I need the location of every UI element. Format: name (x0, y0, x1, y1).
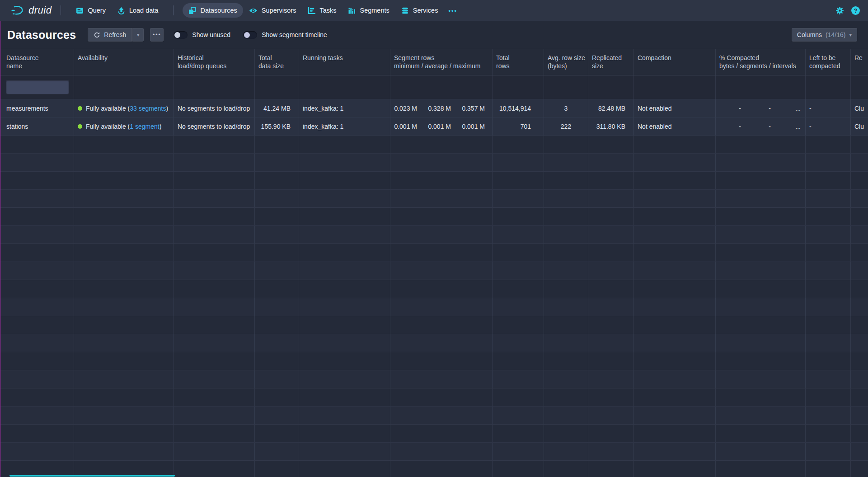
empty-cell (255, 461, 299, 477)
empty-cell (851, 262, 868, 280)
empty-cell (716, 425, 806, 442)
show-segment-timeline-toggle[interactable] (243, 31, 257, 39)
compaction-cell: Not enabled (634, 99, 716, 117)
column-header-replicated-size[interactable]: Replicatedsize (588, 49, 634, 75)
column-header-compaction[interactable]: Compaction (634, 49, 716, 75)
empty-cell (299, 443, 390, 460)
percent-compacted-cell: - - ... (716, 99, 806, 117)
empty-table-row (0, 208, 868, 226)
empty-cell (493, 407, 544, 424)
druid-logo-icon (11, 5, 24, 16)
empty-cell (0, 298, 74, 316)
empty-cell (716, 443, 806, 460)
empty-cell (806, 316, 851, 334)
horizontal-scrollbar-thumb[interactable] (9, 475, 175, 477)
empty-table-row (0, 425, 868, 443)
empty-table-row (0, 226, 868, 244)
datasource-name-filter-input[interactable] (6, 80, 69, 94)
empty-cell (851, 425, 868, 442)
column-header-left-to-be-compacted[interactable]: Left to becompacted (806, 49, 851, 75)
empty-cell (544, 334, 588, 352)
empty-cell (588, 407, 634, 424)
nav-item-tasks[interactable]: Tasks (302, 3, 342, 18)
help-icon[interactable]: ? (851, 6, 860, 15)
refresh-icon (94, 32, 100, 38)
datasource-name: stations (6, 123, 28, 130)
segments-link[interactable]: 1 segment (130, 123, 159, 130)
empty-cell (390, 190, 493, 207)
header-line2: (bytes) (548, 62, 584, 70)
table-filter-row (0, 75, 868, 99)
empty-cell (74, 154, 174, 171)
empty-cell (588, 244, 634, 262)
size-text: 155.90 KB (261, 123, 291, 130)
nav-more-button[interactable]: ••• (444, 7, 462, 14)
column-header-percent-compacted[interactable]: % Compactedbytes / segments / intervals (716, 49, 806, 75)
retention-text: Clu (854, 105, 864, 112)
upload-icon (117, 7, 125, 14)
empty-cell (299, 172, 390, 189)
column-header-historical-queues[interactable]: Historicalload/drop queues (174, 49, 255, 75)
nav-item-datasources[interactable]: Datasources (183, 3, 243, 18)
column-header-datasource-name[interactable]: Datasourcename (0, 49, 74, 75)
empty-cell (390, 388, 493, 406)
avg-row-size-cell: 222 (544, 117, 588, 135)
more-actions-button[interactable]: ••• (150, 28, 164, 42)
empty-cell (390, 352, 493, 370)
nav-item-label: Datasources (200, 7, 237, 14)
empty-cell (851, 388, 868, 406)
columns-selector-button[interactable]: Columns (14/16) ▾ (792, 28, 857, 42)
empty-cell (851, 443, 868, 460)
nav-item-services[interactable]: Services (395, 3, 444, 18)
empty-cell (806, 280, 851, 298)
column-header-total-rows[interactable]: Totalrows (493, 49, 544, 75)
segments-link[interactable]: 33 segments (130, 105, 166, 112)
empty-cell (0, 262, 74, 280)
empty-cell (716, 172, 806, 189)
gear-icon[interactable] (836, 7, 844, 14)
nav-item-load-data[interactable]: Load data (112, 3, 164, 18)
empty-cell (544, 407, 588, 424)
nav-item-query[interactable]: Query (70, 3, 112, 18)
segment-rows-cell: 0.001 M 0.001 M 0.001 M (390, 117, 493, 135)
tasks-text: index_kafka: 1 (303, 123, 343, 130)
header-line1: Compaction (638, 54, 712, 62)
compacted-bytes: - (716, 99, 746, 117)
empty-cell (0, 190, 74, 207)
table-row: measurements Fully available (33 segment… (0, 99, 868, 117)
retention-cell: Clu (851, 117, 868, 135)
empty-cell (806, 352, 851, 370)
header-line1: % Compacted (719, 54, 805, 62)
empty-cell (493, 298, 544, 316)
empty-table-row (0, 407, 868, 425)
column-header-segment-rows[interactable]: Segment rowsminimum / average / maximum (390, 49, 493, 75)
availability-text: Fully available ( (86, 105, 130, 112)
empty-cell (174, 298, 255, 316)
empty-cell (588, 370, 634, 388)
empty-cell (716, 244, 806, 262)
empty-cell (806, 443, 851, 460)
column-header-retention[interactable]: Re (851, 49, 868, 75)
empty-cell (255, 298, 299, 316)
header-line2: name (6, 62, 70, 70)
nav-item-segments[interactable]: Segments (342, 3, 395, 18)
druid-logo[interactable]: druid (11, 5, 52, 16)
empty-cell (493, 443, 544, 460)
column-header-avg-row-size[interactable]: Avg. row size(bytes) (544, 49, 588, 75)
nav-divider (173, 5, 174, 15)
query-icon (76, 7, 84, 14)
empty-cell (544, 388, 588, 406)
column-header-availability[interactable]: Availability (74, 49, 174, 75)
running-tasks-cell: index_kafka: 1 (299, 99, 390, 117)
empty-cell (588, 280, 634, 298)
nav-item-supervisors[interactable]: Supervisors (243, 3, 302, 18)
column-header-running-tasks[interactable]: Running tasks (299, 49, 390, 75)
refresh-caret-button[interactable]: ▾ (132, 28, 144, 42)
empty-cell (634, 136, 716, 153)
show-unused-toggle[interactable] (174, 31, 188, 39)
column-header-total-data-size[interactable]: Totaldata size (255, 49, 299, 75)
empty-cell (588, 334, 634, 352)
nav-item-label: Tasks (319, 7, 336, 14)
refresh-button[interactable]: Refresh (88, 28, 132, 42)
empty-cell (544, 190, 588, 207)
